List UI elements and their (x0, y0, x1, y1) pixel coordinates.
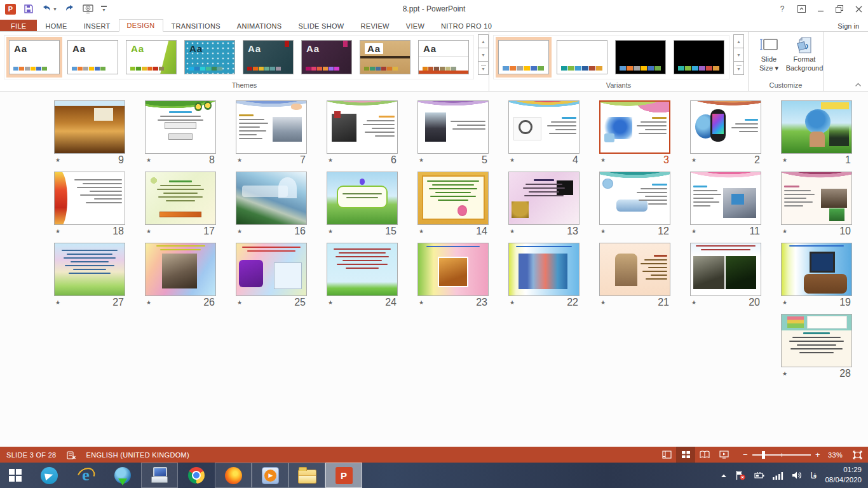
slide-thumbnail[interactable] (508, 100, 580, 154)
transition-star-icon[interactable]: ★ (691, 228, 696, 234)
tab-slide-show[interactable]: SLIDE SHOW (290, 20, 352, 32)
transition-star-icon[interactable]: ★ (510, 299, 515, 306)
slide-thumbnail[interactable] (236, 100, 307, 154)
clock[interactable]: 01:29 08/04/2020 (825, 465, 862, 485)
theme-ion-boardroom[interactable]: Aa (299, 37, 355, 78)
slide-thumbnail[interactable] (145, 100, 216, 154)
tab-file[interactable]: FILE (0, 20, 37, 32)
zoom-in-icon[interactable]: + (815, 450, 821, 459)
slide-thumbnail[interactable] (145, 172, 216, 225)
language-indicator[interactable]: فا (810, 471, 817, 480)
slide-thumbnail[interactable] (781, 243, 852, 296)
slide-thumbnail[interactable] (327, 172, 398, 225)
theme-ion[interactable]: Aa (240, 37, 296, 78)
slide-thumbnail[interactable] (327, 100, 398, 154)
slide-thumbnail[interactable] (690, 243, 761, 296)
redo-icon[interactable] (65, 3, 75, 15)
sign-in-link[interactable]: Sign in (829, 22, 868, 32)
transition-star-icon[interactable]: ★ (691, 299, 696, 306)
internet-explorer[interactable] (67, 463, 104, 488)
transition-star-icon[interactable]: ★ (782, 228, 787, 234)
normal-view-icon[interactable] (657, 447, 676, 463)
undo-dropdown-caret[interactable]: ▼ (53, 7, 57, 11)
undo-icon[interactable]: ▼ (41, 3, 57, 15)
save-icon[interactable] (24, 3, 34, 15)
transition-star-icon[interactable]: ★ (146, 299, 151, 306)
chrome[interactable] (178, 463, 215, 488)
transition-star-icon[interactable]: ★ (419, 228, 424, 234)
themes-scroll-down-icon[interactable]: ▼ (478, 48, 489, 62)
transition-star-icon[interactable]: ★ (237, 157, 242, 163)
tab-transitions[interactable]: TRANSITIONS (163, 20, 229, 32)
ribbon-display-options-icon[interactable] (792, 0, 811, 18)
slide-thumbnail[interactable] (417, 100, 489, 154)
slide-show-view-icon[interactable] (714, 447, 733, 463)
tab-insert[interactable]: INSERT (76, 20, 119, 32)
transition-star-icon[interactable]: ★ (510, 228, 515, 234)
transition-star-icon[interactable]: ★ (600, 157, 606, 163)
slide-thumbnail[interactable] (690, 172, 761, 225)
transition-star-icon[interactable]: ★ (600, 228, 606, 234)
slide-thumbnail[interactable] (327, 243, 398, 296)
language-button[interactable]: ENGLISH (UNITED KINGDOM) (86, 451, 189, 459)
tab-nitro-pro-10[interactable]: NITRO PRO 10 (433, 20, 500, 32)
telegram[interactable] (31, 463, 67, 488)
transition-star-icon[interactable]: ★ (55, 299, 60, 306)
variant-1[interactable] (496, 37, 552, 78)
transition-star-icon[interactable]: ★ (237, 228, 242, 234)
slide-thumbnail[interactable] (145, 243, 216, 296)
slide-thumbnail[interactable] (508, 172, 580, 225)
customize-quick-access-toolbar-icon[interactable]: ▼ (101, 3, 107, 15)
tab-view[interactable]: VIEW (398, 20, 433, 32)
restore-icon[interactable] (830, 0, 849, 18)
battery-icon[interactable] (754, 471, 764, 479)
slide-thumbnail[interactable] (599, 100, 670, 154)
theme-office[interactable]: Aa (6, 37, 62, 78)
slide-thumbnail[interactable] (781, 172, 852, 225)
slide-thumbnail[interactable] (236, 243, 307, 296)
tab-home[interactable]: HOME (37, 20, 75, 32)
transition-star-icon[interactable]: ★ (691, 157, 696, 163)
close-icon[interactable] (849, 0, 868, 18)
transition-star-icon[interactable]: ★ (55, 157, 60, 163)
firefox[interactable] (215, 463, 252, 488)
hidden-icons-arrow[interactable] (721, 473, 727, 478)
transition-star-icon[interactable]: ★ (328, 299, 333, 306)
slide-thumbnail[interactable] (417, 243, 489, 296)
variant-3[interactable] (613, 37, 668, 78)
transition-star-icon[interactable]: ★ (146, 157, 151, 163)
start-button[interactable] (0, 463, 31, 488)
transition-star-icon[interactable]: ★ (419, 157, 424, 163)
minimize-icon[interactable] (811, 0, 830, 18)
action-center-flag-icon[interactable] (735, 470, 746, 480)
variants-scroll-up-icon[interactable]: ▲ (733, 34, 744, 48)
start-from-beginning-icon[interactable] (83, 3, 93, 15)
file-explorer[interactable] (288, 463, 325, 488)
transition-star-icon[interactable]: ★ (328, 157, 333, 163)
slide-thumbnail[interactable] (54, 100, 125, 154)
collapse-ribbon-icon[interactable] (855, 82, 862, 87)
transition-star-icon[interactable]: ★ (782, 370, 787, 377)
slide-thumbnail[interactable] (781, 100, 852, 154)
slide-thumbnail[interactable] (690, 100, 761, 154)
reading-view-icon[interactable] (695, 447, 714, 463)
zoom-out-icon[interactable]: − (742, 450, 749, 459)
tab-animations[interactable]: ANIMATIONS (229, 20, 290, 32)
theme-retrospect[interactable]: Aa (416, 37, 471, 78)
theme-organic[interactable]: Aa (357, 37, 413, 78)
help-icon[interactable]: ? (773, 0, 792, 18)
theme-integral[interactable]: Aa (182, 37, 238, 78)
transition-star-icon[interactable]: ★ (510, 157, 515, 163)
powerpoint[interactable] (325, 463, 362, 488)
volume-icon[interactable] (792, 471, 802, 480)
transition-star-icon[interactable]: ★ (237, 299, 242, 306)
slide-thumbnail[interactable] (54, 172, 125, 225)
slide-thumbnail[interactable] (508, 243, 580, 296)
slide-sorter-view-icon[interactable] (676, 447, 695, 463)
themes-more-icon[interactable]: ▼ (478, 61, 489, 75)
zoom-slider[interactable] (752, 454, 811, 456)
zoom-level[interactable]: 33% (821, 451, 843, 459)
variant-4[interactable] (671, 37, 727, 78)
transition-star-icon[interactable]: ★ (419, 299, 424, 306)
slide-thumbnail[interactable] (417, 172, 489, 225)
